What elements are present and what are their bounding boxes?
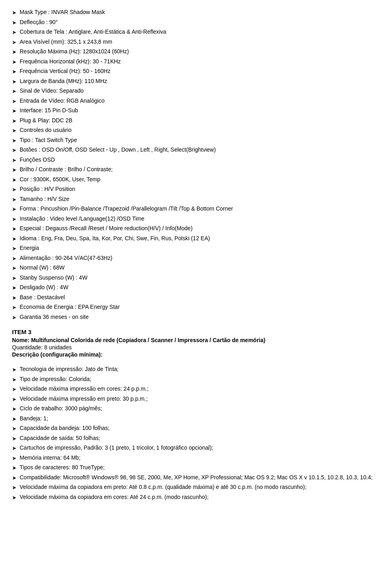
- list-item: ➤Sinal de Vídeo: Separado: [12, 87, 373, 95]
- list-item: ➤Stanby Suspenso (W) : 4W: [12, 274, 373, 282]
- list-item: ➤Base : Destacável: [12, 293, 373, 302]
- list-item: ➤Controles do usuário: [12, 126, 373, 135]
- list-item: ➤Cor : 9300K, 6500K, User, Temp: [12, 175, 373, 184]
- list-item: ➤Bandeja: 1;: [12, 414, 373, 423]
- list-item: ➤Cartuchos de impressão, Padrão: 3 (1 pr…: [12, 444, 373, 452]
- list-item: ➤Idioma : Eng, Fra, Deu, Spa, Ita, Kor, …: [12, 234, 373, 243]
- list-item: ➤Velocidade máxima da copiadora em cores…: [12, 493, 373, 502]
- list-item: ➤Tipo de impressão: Colorida;: [12, 375, 373, 384]
- list-item: ➤Entrada de Vídeo: RGB Analógico: [12, 97, 373, 105]
- list-item: ➤Deflecção : 90°: [12, 18, 373, 27]
- list-item: ➤Funções OSD: [12, 156, 373, 164]
- section1-list: ➤Mask Type : INVAR Shadow Mask➤Deflecção…: [12, 8, 373, 321]
- item3-header: ITEM 3 Nome: Multifuncional Colorida de …: [12, 328, 373, 358]
- list-item: ➤Alimentação : 90-264 V/AC(47-63Hz): [12, 254, 373, 263]
- list-item: ➤Energia: [12, 244, 373, 253]
- item3-number: ITEM 3: [12, 328, 373, 335]
- list-item: ➤Tipos de caracteres: 80 TrueType;: [12, 463, 373, 472]
- list-item: ➤Ciclo de trabalho: 3000 pág/mês;: [12, 404, 373, 413]
- list-item: ➤Tamanho : H/V Size: [12, 195, 373, 204]
- list-item: ➤Interface: 15 Pin D-Sub: [12, 106, 373, 115]
- list-item: ➤Instalação : Video level /Language(12) …: [12, 215, 373, 223]
- list-item: ➤Area Visível (mm): 325,1 x 243,8 mm: [12, 38, 373, 47]
- list-item: ➤Garantia 36 meses - on site: [12, 313, 373, 322]
- list-item: ➤Mask Type : INVAR Shadow Mask: [12, 8, 373, 17]
- item3-description: Descrição (configuração mínima):: [12, 351, 373, 358]
- item3-specs-list: ➤Tecnologia de impressão: Jato de Tinta;…: [12, 365, 373, 501]
- list-item: ➤Especial : Degauss /Recall /Reset / Moi…: [12, 224, 373, 233]
- list-item: ➤Largura de Banda (MHz): 110 MHz: [12, 77, 373, 86]
- list-item: ➤Frequência Horizontal (kHz): 30 - 71KHz: [12, 57, 373, 66]
- list-item: ➤Economia de Energia : EPA Energy Star: [12, 303, 373, 312]
- list-item: ➤Botões : OSD On/Off, OSD Select - Up , …: [12, 146, 373, 154]
- list-item: ➤Resolução Máxima (Hz): 1280x1024 (60Hz): [12, 47, 373, 56]
- list-item: ➤Memória interna: 64 Mb;: [12, 454, 373, 462]
- list-item: ➤Tecnologia de impressão: Jato de Tinta;: [12, 365, 373, 374]
- list-item: ➤Normal (W) : 68W: [12, 264, 373, 272]
- list-item: ➤Velocidade máxima impressão em preto: 3…: [12, 395, 373, 403]
- list-item: ➤Capacidade da bandeja: 100 folhas;: [12, 424, 373, 433]
- list-item: ➤Velocidade máxima da copiadora em preto…: [12, 483, 373, 492]
- list-item: ➤Tipo : Tact Switch Type: [12, 136, 373, 145]
- item3-name: Nome: Multifuncional Colorida de rede (C…: [12, 337, 373, 343]
- list-item: ➤Capacidade de saída: 50 folhas;: [12, 434, 373, 443]
- list-item: ➤Frequência Vertical (Hz): 50 - 160Hz: [12, 67, 373, 76]
- list-item: ➤Compatibilidade: Microsoft® Windows® 98…: [12, 473, 373, 482]
- item3-quantity: Quantidade: 8 unidades: [12, 344, 373, 351]
- list-item: ➤Forma : Pincushion /Pin-Balance /Trapez…: [12, 205, 373, 213]
- list-item: ➤Cobertura de Tela : Antiglare, Anti-Est…: [12, 28, 373, 36]
- list-item: ➤Desligado (W) : 4W: [12, 283, 373, 292]
- list-item: ➤Velocidade máxima impressão em cores: 2…: [12, 385, 373, 393]
- list-item: ➤Brilho / Contraste : Brilho / Contraste…: [12, 165, 373, 174]
- list-item: ➤Plug & Play: DDC 2B: [12, 116, 373, 125]
- list-item: ➤Posição : H/V Position: [12, 185, 373, 194]
